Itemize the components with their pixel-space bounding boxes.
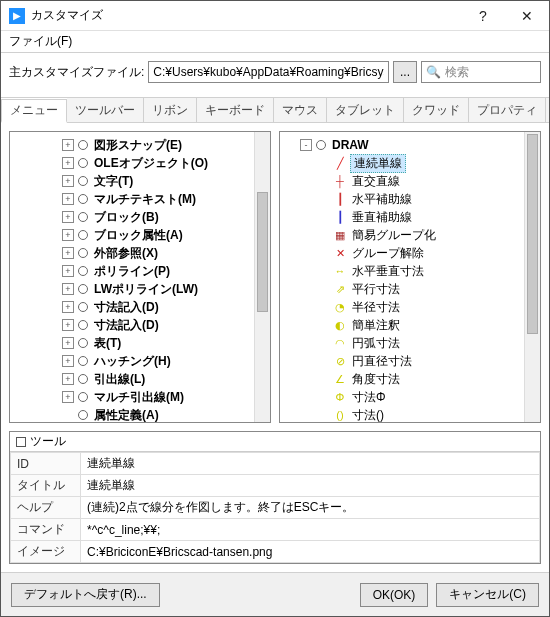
tool-icon: ┃	[332, 209, 348, 225]
expander-icon[interactable]: +	[62, 175, 74, 187]
expander-icon[interactable]: +	[62, 157, 74, 169]
prop-value[interactable]: 連続単線	[81, 475, 540, 497]
tree-item[interactable]: +引出線(L)	[14, 370, 266, 388]
prop-value[interactable]: C:¥BriciconE¥Bricscad-tansen.png	[81, 541, 540, 563]
expander-icon[interactable]	[62, 409, 74, 421]
tab-4[interactable]: マウス	[274, 98, 327, 122]
tree-item[interactable]: +文字(T)	[14, 172, 266, 190]
tree-item[interactable]: +表(T)	[14, 334, 266, 352]
tool-icon: ◔	[332, 299, 348, 315]
tool-icon: ∠	[332, 371, 348, 387]
tree-item[interactable]: ╱連続単線	[284, 154, 536, 172]
tool-icon: ↔	[332, 263, 348, 279]
expander-icon[interactable]: +	[62, 247, 74, 259]
tab-0[interactable]: メニュー	[1, 99, 67, 123]
expander-icon[interactable]: +	[62, 139, 74, 151]
tree-item[interactable]: +寸法記入(D)	[14, 298, 266, 316]
browse-button[interactable]: ...	[393, 61, 417, 83]
tree-item[interactable]: +ハッチング(H)	[14, 352, 266, 370]
tool-icon: ╱	[332, 155, 348, 171]
prop-value[interactable]: (連続)2点で線分を作図します。終了はESCキー。	[81, 497, 540, 519]
prop-value[interactable]: *^c^c_line;¥¥;	[81, 519, 540, 541]
tree-item[interactable]: 属性定義(A)	[14, 406, 266, 423]
tab-6[interactable]: クワッド	[404, 98, 469, 122]
tree-item[interactable]: +外部参照(X)	[14, 244, 266, 262]
tree-item[interactable]: ┃水平補助線	[284, 190, 536, 208]
tab-1[interactable]: ツールバー	[67, 98, 144, 122]
radio-icon	[78, 356, 88, 366]
expander-icon[interactable]: +	[62, 193, 74, 205]
window-title: カスタマイズ	[31, 7, 461, 24]
tree-item[interactable]: ┼直交直線	[284, 172, 536, 190]
expander-icon[interactable]: +	[62, 373, 74, 385]
reset-button[interactable]: デフォルトへ戻す(R)...	[11, 583, 160, 607]
cancel-button[interactable]: キャンセル(C)	[436, 583, 539, 607]
radio-icon	[78, 230, 88, 240]
menu-file[interactable]: ファイル(F)	[9, 33, 72, 50]
tree-item[interactable]: +ポリライン(P)	[14, 262, 266, 280]
tab-7[interactable]: プロパティ	[469, 98, 546, 122]
expander-icon[interactable]: +	[62, 319, 74, 331]
tree-item[interactable]: ∠角度寸法	[284, 370, 536, 388]
tree-item[interactable]: ⇗平行寸法	[284, 280, 536, 298]
tree-item[interactable]: ◐簡単注釈	[284, 316, 536, 334]
tree-item[interactable]: ◔半径寸法	[284, 298, 536, 316]
tree-item[interactable]: +マルチテキスト(M)	[14, 190, 266, 208]
radio-icon	[78, 302, 88, 312]
tree-item[interactable]: ◠円弧寸法	[284, 334, 536, 352]
tree-item[interactable]: +ブロック(B)	[14, 208, 266, 226]
tree-item[interactable]: +マルチ引出線(M)	[14, 388, 266, 406]
expander-icon[interactable]: +	[62, 391, 74, 403]
left-tree-panel[interactable]: +図形スナップ(E)+OLEオブジェクト(O)+文字(T)+マルチテキスト(M)…	[9, 131, 271, 423]
search-input[interactable]: 🔍 検索	[421, 61, 541, 83]
tool-icon: ⇗	[332, 281, 348, 297]
expander-icon[interactable]: +	[62, 355, 74, 367]
tool-properties: ツール ID連続単線タイトル連続単線ヘルプ(連続)2点で線分を作図します。終了は…	[9, 431, 541, 564]
expander-icon[interactable]: +	[62, 337, 74, 349]
tree-item[interactable]: +OLEオブジェクト(O)	[14, 154, 266, 172]
radio-icon	[78, 140, 88, 150]
tool-icon: ✕	[332, 245, 348, 261]
tree-item[interactable]: +LWポリライン(LW)	[14, 280, 266, 298]
tab-3[interactable]: キーボード	[197, 98, 274, 122]
collapse-icon[interactable]	[16, 437, 26, 447]
tool-icon: ⊘	[332, 353, 348, 369]
app-icon: ▶	[9, 8, 25, 24]
ok-button[interactable]: OK(OK)	[360, 583, 429, 607]
tree-item[interactable]: ⊘円直径寸法	[284, 352, 536, 370]
close-button[interactable]: ✕	[505, 1, 549, 31]
radio-icon	[78, 194, 88, 204]
tree-item[interactable]: -DRAW	[284, 136, 536, 154]
tree-item[interactable]: ↔水平垂直寸法	[284, 262, 536, 280]
tab-8[interactable]: ワークスペース	[546, 98, 550, 122]
prop-key: ヘルプ	[11, 497, 81, 519]
expander-icon[interactable]: +	[62, 283, 74, 295]
tab-2[interactable]: リボン	[144, 98, 197, 122]
tree-item[interactable]: ┃垂直補助線	[284, 208, 536, 226]
expander-icon[interactable]: +	[62, 229, 74, 241]
expander-icon[interactable]: +	[62, 301, 74, 313]
tree-item[interactable]: ▦簡易グループ化	[284, 226, 536, 244]
radio-icon	[78, 320, 88, 330]
main-file-label: 主カスタマイズファイル:	[9, 64, 144, 81]
main-file-input[interactable]	[148, 61, 389, 83]
tool-icon: ┼	[332, 173, 348, 189]
expander-icon[interactable]: +	[62, 265, 74, 277]
prop-key: コマンド	[11, 519, 81, 541]
tree-item[interactable]: +寸法記入(D)	[14, 316, 266, 334]
help-button[interactable]: ?	[461, 1, 505, 31]
tree-item[interactable]: +図形スナップ(E)	[14, 136, 266, 154]
expander-icon[interactable]: +	[62, 211, 74, 223]
prop-value[interactable]: 連続単線	[81, 453, 540, 475]
tree-item[interactable]: +ブロック属性(A)	[14, 226, 266, 244]
scrollbar[interactable]	[524, 132, 540, 422]
scrollbar[interactable]	[254, 132, 270, 422]
radio-icon	[78, 248, 88, 258]
expander-icon[interactable]: -	[300, 139, 312, 151]
right-tree-panel[interactable]: -DRAW╱連続単線┼直交直線┃水平補助線┃垂直補助線▦簡易グループ化✕グループ…	[279, 131, 541, 423]
tree-item[interactable]: ()寸法()	[284, 406, 536, 423]
tab-5[interactable]: タブレット	[327, 98, 404, 122]
tree-item[interactable]: Φ寸法Φ	[284, 388, 536, 406]
tree-item[interactable]: ✕グループ解除	[284, 244, 536, 262]
tool-icon: ◐	[332, 317, 348, 333]
